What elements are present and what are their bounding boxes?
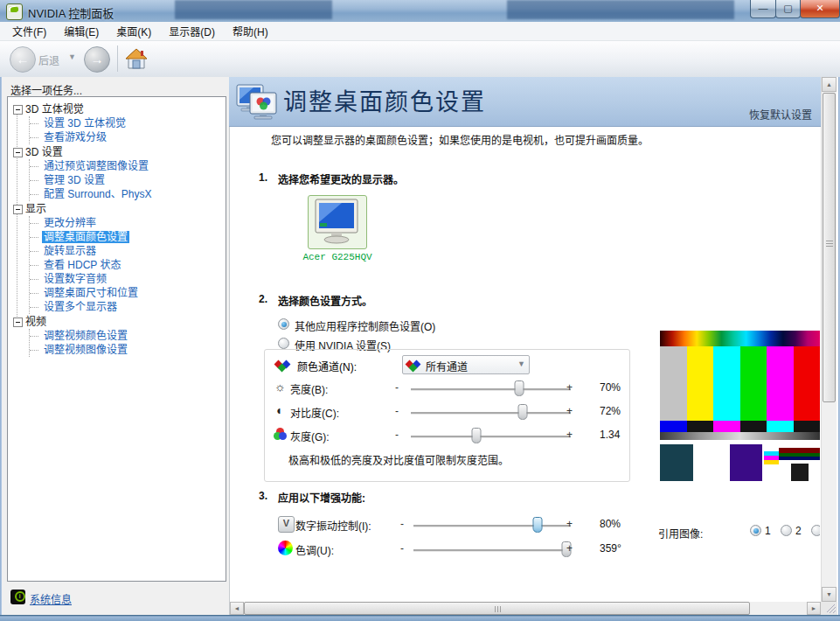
color-channel-label: 颜色通道(N):: [297, 359, 357, 373]
tree-group-3d-stereo[interactable]: 3D 立体视觉: [8, 102, 226, 116]
reference-radio-3[interactable]: [811, 525, 820, 536]
history-dropdown-icon[interactable]: ▼: [68, 52, 76, 61]
tree-collapse-icon[interactable]: [13, 105, 23, 115]
minus-label: -: [400, 518, 404, 530]
nvidia-control-panel-window: NVIDIA 控制面板 — ▢ ✕ 文件(F) 编辑(E) 桌面(K) 显示器(…: [0, 0, 840, 621]
color-bars: [660, 346, 820, 421]
scroll-down-icon[interactable]: ▼: [822, 587, 837, 602]
page-title: 调整桌面颜色设置: [283, 83, 486, 117]
brightness-slider[interactable]: [411, 388, 571, 391]
system-info-link[interactable]: 系统信息: [30, 591, 72, 606]
menu-help[interactable]: 帮助(H): [224, 22, 277, 40]
tree-collapse-icon[interactable]: [13, 317, 23, 327]
toolbar-separator: [117, 45, 118, 72]
reference-radio-2[interactable]: [781, 525, 792, 536]
small-color-bars: [660, 421, 820, 432]
tree-item-preview-adjust[interactable]: 通过预览调整图像设置: [30, 159, 226, 173]
task-tree: 3D 立体视觉 设置 3D 立体视觉 查看游戏分级 3D 设置 通过预览调整图像…: [7, 96, 226, 582]
hue-slider[interactable]: [413, 549, 571, 552]
minimize-button[interactable]: —: [750, 0, 776, 18]
tree-collapse-icon[interactable]: [13, 205, 23, 214]
gamma-slider[interactable]: [411, 436, 571, 438]
home-button[interactable]: [124, 46, 149, 71]
tree-item-video-image[interactable]: 调整视频图像设置: [30, 343, 226, 357]
scroll-right-icon[interactable]: ►: [807, 602, 821, 615]
digital-vibrance-slider[interactable]: [413, 525, 571, 527]
tree-item-desktop-size-position[interactable]: 调整桌面尺寸和位置: [30, 286, 226, 300]
gamma-slider-thumb[interactable]: [472, 428, 482, 443]
menu-desktop[interactable]: 桌面(K): [108, 22, 160, 40]
contrast-label: 对比度(C):: [290, 405, 339, 420]
maximize-button[interactable]: ▢: [775, 0, 801, 18]
navigation-toolbar: ← 后退 ▼ →: [0, 41, 840, 78]
digital-vibrance-value: 80%: [600, 518, 621, 530]
brightness-icon: ☼: [273, 380, 288, 394]
tree-item-set-3d-stereo[interactable]: 设置 3D 立体视觉: [30, 116, 226, 130]
tree-item-change-resolution[interactable]: 更改分辨率: [30, 216, 226, 230]
brightness-slider-thumb[interactable]: [515, 380, 524, 396]
menu-display[interactable]: 显示器(D): [160, 22, 224, 40]
tree-item-video-color[interactable]: 调整视频颜色设置: [30, 329, 226, 343]
tree-group-3d-settings[interactable]: 3D 设置: [8, 145, 226, 159]
glass-reflection: [507, 0, 734, 19]
reference-radio-1[interactable]: [750, 525, 761, 536]
tree-item-rotate-display[interactable]: 旋转显示器: [30, 244, 226, 258]
contrast-slider[interactable]: [411, 412, 571, 415]
digital-vibrance-slider-thumb[interactable]: [533, 517, 543, 533]
vertical-scrollbar[interactable]: ▲ ▼: [821, 77, 837, 602]
brightness-row: ☼ 亮度(B): - + 70%: [271, 378, 631, 399]
radio-other-applications[interactable]: [278, 318, 289, 330]
horizontal-scrollbar[interactable]: ◄ ►: [230, 602, 821, 615]
display-tile[interactable]: [308, 195, 367, 249]
brightness-label: 亮度(B):: [290, 381, 328, 396]
horizontal-scrollbar-thumb[interactable]: [244, 602, 750, 615]
restore-defaults-link[interactable]: 恢复默认设置: [749, 107, 812, 122]
close-button[interactable]: ✕: [800, 0, 840, 18]
glass-reflection: [175, 0, 332, 19]
display-name: Acer G225HQV: [295, 252, 379, 262]
tree-item-multiple-displays[interactable]: 设置多个显示器: [30, 300, 226, 314]
brightness-value: 70%: [600, 381, 621, 394]
tree-group-video[interactable]: 视频: [8, 315, 226, 329]
contrast-slider-thumb[interactable]: [518, 404, 528, 420]
tree-group-label: 视频: [25, 316, 46, 328]
tree-group-display[interactable]: 显示: [8, 202, 226, 216]
forward-arrow-icon: →: [91, 52, 104, 66]
color-channel-dropdown[interactable]: 所有通道 ▼: [402, 355, 530, 374]
digital-vibrance-icon: V: [278, 516, 295, 533]
window-title: NVIDIA 控制面板: [28, 4, 114, 21]
menu-edit[interactable]: 编辑(E): [55, 22, 108, 40]
gamma-label: 灰度(G):: [290, 429, 330, 443]
tree-item-desktop-color-settings[interactable]: 调整桌面颜色设置: [30, 230, 226, 244]
tree-item-hdcp-status[interactable]: 查看 HDCP 状态: [30, 258, 226, 272]
system-info-icon: [10, 590, 25, 604]
contrast-icon: ◐: [273, 403, 288, 418]
digital-vibrance-label: 数字振动控制(I):: [295, 518, 371, 533]
radio-use-nvidia[interactable]: [278, 338, 289, 349]
plus-label: +: [566, 381, 573, 394]
reference-radio-1-label: 1: [765, 525, 771, 537]
scroll-left-icon[interactable]: ◄: [230, 602, 244, 615]
minus-label: -: [400, 542, 404, 555]
back-button[interactable]: ←: [10, 46, 36, 73]
tree-item-surround-physx[interactable]: 配置 Surround、PhysX: [30, 187, 226, 201]
title-bar: NVIDIA 控制面板 — ▢ ✕: [0, 0, 840, 23]
tree-item-game-rating[interactable]: 查看游戏分级: [30, 130, 226, 144]
menu-bar: 文件(F) 编辑(E) 桌面(K) 显示器(D) 帮助(H): [0, 22, 840, 41]
forward-button[interactable]: →: [84, 46, 110, 73]
plus-label: +: [566, 405, 573, 417]
tree-item-manage-3d[interactable]: 管理 3D 设置: [30, 173, 226, 187]
resize-grip[interactable]: [827, 604, 836, 613]
sidebar-header: 选择一项任务...: [10, 82, 82, 97]
scroll-up-icon[interactable]: ▲: [822, 77, 837, 92]
contrast-value: 72%: [600, 405, 621, 417]
menu-file[interactable]: 文件(F): [3, 22, 55, 40]
plus-label: +: [566, 429, 573, 441]
hue-value: 359°: [600, 542, 621, 555]
vertical-scrollbar-thumb[interactable]: [823, 93, 836, 402]
tree-collapse-icon[interactable]: [13, 148, 23, 157]
tree-item-digital-audio[interactable]: 设置数字音频: [30, 272, 226, 286]
hue-row: 色调(U): - + 359°: [271, 539, 631, 560]
tree-children: 调整视频颜色设置 调整视频图像设置: [29, 329, 226, 357]
color-test-pattern: [660, 331, 820, 481]
